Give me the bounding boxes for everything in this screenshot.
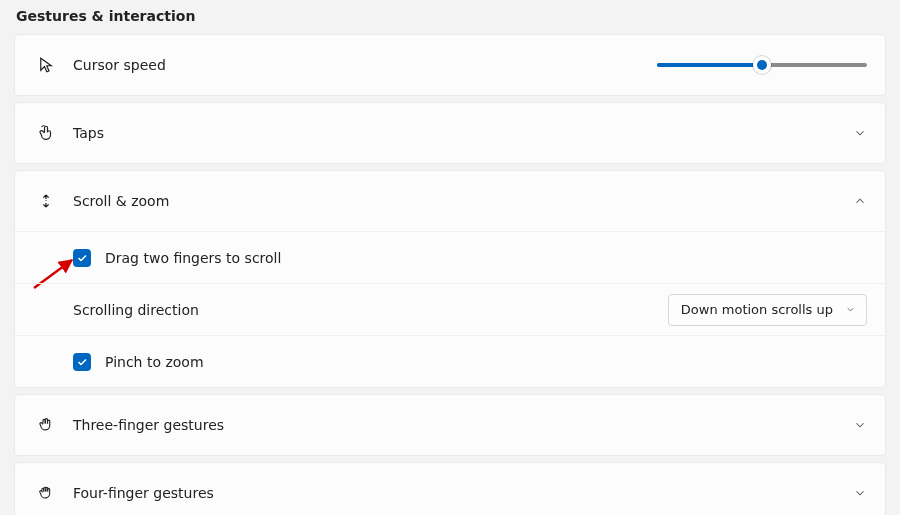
row-drag-two-fingers[interactable]: Drag two fingers to scroll	[15, 231, 885, 283]
chevron-down-icon	[853, 126, 867, 140]
row-scroll-zoom[interactable]: Scroll & zoom	[15, 171, 885, 231]
four-finger-icon	[33, 484, 59, 502]
row-scrolling-direction: Scrolling direction Down motion scrolls …	[15, 283, 885, 335]
three-finger-label: Three-finger gestures	[73, 417, 853, 433]
cursor-speed-label: Cursor speed	[73, 57, 645, 73]
section-title: Gestures & interaction	[16, 8, 886, 24]
cursor-speed-slider[interactable]	[657, 63, 867, 67]
cursor-icon	[33, 56, 59, 74]
row-four-finger[interactable]: Four-finger gestures	[15, 463, 885, 515]
three-finger-icon	[33, 416, 59, 434]
drag-two-fingers-checkbox[interactable]	[73, 249, 91, 267]
taps-label: Taps	[73, 125, 853, 141]
drag-two-fingers-label: Drag two fingers to scroll	[105, 250, 867, 266]
scrolling-direction-label: Scrolling direction	[73, 302, 668, 318]
chevron-down-icon	[853, 486, 867, 500]
chevron-up-icon	[853, 194, 867, 208]
tap-icon	[33, 124, 59, 142]
row-taps[interactable]: Taps	[15, 103, 885, 163]
row-cursor-speed[interactable]: Cursor speed	[15, 35, 885, 95]
scrolling-direction-dropdown[interactable]: Down motion scrolls up	[668, 294, 867, 326]
row-three-finger[interactable]: Three-finger gestures	[15, 395, 885, 455]
scroll-zoom-label: Scroll & zoom	[73, 193, 853, 209]
scroll-zoom-icon	[33, 192, 59, 210]
four-finger-label: Four-finger gestures	[73, 485, 853, 501]
pinch-to-zoom-label: Pinch to zoom	[105, 354, 867, 370]
scrolling-direction-value: Down motion scrolls up	[681, 302, 833, 317]
chevron-down-icon	[853, 418, 867, 432]
row-pinch-to-zoom[interactable]: Pinch to zoom	[15, 335, 885, 387]
chevron-down-icon	[845, 304, 856, 315]
pinch-to-zoom-checkbox[interactable]	[73, 353, 91, 371]
